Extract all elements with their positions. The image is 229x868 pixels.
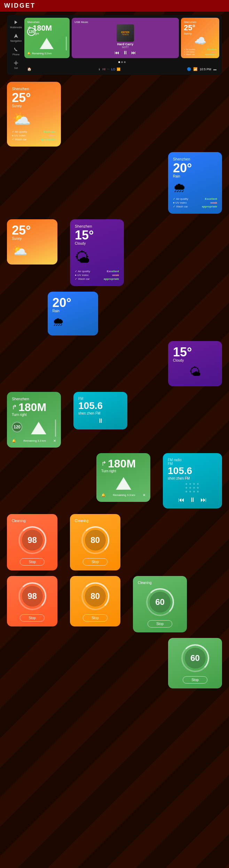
w4-desc: Cloudy (75, 242, 119, 245)
w3-desc: Sunny (12, 237, 53, 240)
app-title: WIDGET (4, 2, 35, 9)
widget-row-4: 20° Rain 🌧 (7, 292, 222, 336)
fm2-controls: ⏮ ⏸ ⏭ (168, 496, 217, 504)
music-next-btn[interactable]: ⏭ (131, 50, 136, 55)
nav1-distance: 180M (18, 402, 46, 413)
clean2-ring (81, 526, 109, 554)
nav-widget-2: ↱ 180M Turn right 🔔 Remaining 3.3 km ✕ (96, 453, 150, 502)
fm2-pause-btn[interactable]: ⏸ (189, 496, 196, 504)
car-music-artist: GOT7 (122, 46, 128, 48)
car-sidebar: Multimedia Navigation Phone Set (10, 18, 22, 72)
widget-row-6: ↱ 180M Turn right 🔔 Remaining 3.3 km ✕ F… (7, 453, 222, 508)
clean4-stop-btn[interactable]: Stop (20, 614, 45, 622)
svg-marker-1 (14, 34, 18, 38)
widget-row-8: 98 Stop 80 Stop Cleaning (7, 576, 222, 632)
car-music-header: USB Music (74, 21, 88, 24)
home-icon[interactable]: 🏠 (27, 67, 31, 71)
nav2-footer: 🔔 Remaining 3.3 km ✕ (101, 493, 145, 497)
sidebar-label-settings: Set (14, 67, 18, 69)
fm-widget-2: FM radio FM 105.6 shen zhen FM ⏮ ⏸ ⏭ (163, 453, 222, 508)
w2-stats: ✓ Air qualityExcellent ● UV indexweak ✓ … (173, 197, 217, 208)
speaker-grid (185, 483, 200, 494)
dot-3 (124, 61, 126, 63)
svg-point-5 (14, 63, 15, 63)
nav2-distance: 180M (108, 458, 136, 469)
widgets-section: Shenzhen 25° Sunny ⛅ ✓ Air qualityExcell… (0, 78, 229, 708)
clean6-gauge: 60 (181, 644, 209, 672)
w2-temp: 20° (173, 162, 217, 174)
app-header: WIDGET (0, 0, 229, 11)
car-uv-value: weak (211, 51, 216, 53)
clean6-stop-btn[interactable]: Stop (183, 676, 207, 684)
nav1-city: Shenzhen (12, 397, 56, 401)
car-nav-distance: 180M (33, 24, 52, 32)
nav-widget-1: Shenzhen ↱ 180M Turn right 120 🔔 Remaini… (7, 392, 61, 448)
car-nav-card: Shenzhen ↱ 180M Turn right 120 🔔 (24, 18, 70, 58)
svg-point-4 (16, 64, 16, 65)
car-wash-value: appropriate (205, 53, 216, 55)
clean3-stop-btn[interactable]: Stop (148, 620, 172, 628)
nav1-footer: 🔔 Remaining 3.3 km ✕ (12, 439, 56, 443)
widget-row-1: Shenzhen 25° Sunny ⛅ ✓ Air qualityExcell… (7, 82, 222, 147)
car-music-title: Hard Carry (117, 42, 134, 46)
fm2-freq: 105.6 (168, 466, 217, 476)
clean5-gauge: 80 (81, 582, 109, 610)
nav2-remaining: Remaining 3.3 km (113, 494, 135, 497)
cleaning-widget-5: 80 Stop (70, 576, 120, 626)
fm2-prev-btn[interactable]: ⏮ (178, 496, 184, 504)
w6-desc: Cloudy (173, 358, 217, 362)
car-weather-stats: ✓ Air quality Excellent ✓ UV index weak … (184, 48, 216, 55)
car-ui-panel: Multimedia Navigation Phone Set (7, 15, 222, 75)
clean1-ring (18, 526, 46, 554)
w4-temp: 15° (75, 229, 119, 242)
car-status-bar: 🏠 🌡 HI ⋯ LO 📶 🔵 📶 10:5 PM ▬ (24, 66, 219, 72)
sidebar-item-multimedia[interactable]: Multimedia (10, 19, 22, 29)
sidebar-label-multimedia: Multimedia (10, 26, 22, 29)
clean1-stop-btn[interactable]: Stop (20, 558, 45, 566)
car-weather-card: Shenzhen 25° Sunny ☁️ ✓ Air quality Exce… (181, 18, 219, 58)
music-pause-btn[interactable]: ⏸ (123, 50, 128, 55)
clean2-stop-btn[interactable]: Stop (83, 558, 108, 566)
car-weather-air-row: ✓ Air quality Excellent (184, 48, 216, 50)
gear-icon (13, 60, 19, 66)
widget-row-4b: 15° Cloudy 🌤 (7, 341, 222, 386)
car-weather-uv-row: ✓ UV index weak (184, 50, 216, 53)
album-art: ENTER TENCE (117, 24, 134, 42)
clean4-gauge: 98 (18, 582, 46, 610)
car-nav-footer: 🔔 Remaining 3.3 km (27, 52, 67, 55)
sidebar-item-settings[interactable]: Set (13, 60, 19, 69)
hi-lo-indicator: 🌡 HI ⋯ LO 📶 (98, 68, 120, 71)
svg-point-3 (16, 61, 16, 62)
svg-point-2 (15, 62, 17, 64)
music-prev-btn[interactable]: ⏮ (114, 50, 119, 55)
clean5-stop-btn[interactable]: Stop (83, 614, 108, 622)
lo-text: LO (111, 68, 115, 71)
cleaning-widget-2: Cleaning 80 Stop (70, 514, 120, 570)
fm2-next-btn[interactable]: ⏭ (200, 496, 207, 504)
signal-icon: 📶 (193, 67, 197, 71)
w5-desc: Rain (53, 309, 93, 313)
cleaning-widget-4: 98 Stop (7, 576, 57, 626)
w4-moon-icon: 🌤 (75, 249, 119, 266)
widget-row-2: Shenzhen 20° Rain 🌧 ✓ Air qualityExcelle… (7, 152, 222, 214)
car-main-area: Shenzhen ↱ 180M Turn right 120 🔔 (24, 18, 219, 72)
sidebar-item-navigation[interactable]: Navigation (10, 33, 22, 42)
fm1-pause-btn[interactable]: ⏸ (97, 417, 104, 425)
phone-icon (13, 46, 19, 53)
car-top-row: Shenzhen ↱ 180M Turn right 120 🔔 (24, 18, 219, 58)
fm2-header: FM radio (168, 458, 217, 462)
dot-2 (121, 61, 123, 63)
w4-stats: ✓ Air qualityExcellent ● UV indexweak ✓ … (75, 270, 119, 281)
car-weather-wash-row: ✓ Wash car appropriate (184, 53, 216, 55)
car-nav-remaining: Remaining 3.3 km (32, 52, 52, 55)
widget-row-3: 25° Sunny ⛅ Shenzhen 15° Cloudy 🌤 ✓ Air … (7, 219, 222, 286)
clean1-gauge: 98 (18, 526, 46, 554)
hi-text: HI (102, 68, 105, 71)
sidebar-label-phone: Phone (13, 53, 19, 56)
clean6-ring (181, 644, 209, 672)
clean3-gauge: 60 (146, 588, 174, 616)
w1-cloud-icon: ⛅ (12, 110, 56, 128)
sidebar-item-phone[interactable]: Phone (13, 46, 19, 56)
navigation-icon (13, 33, 19, 39)
car-speed-badge: 120 (27, 27, 35, 36)
